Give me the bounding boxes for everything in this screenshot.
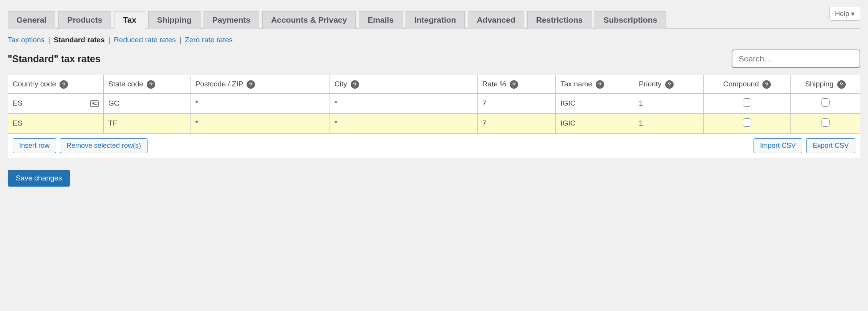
cell-compound-checkbox[interactable]: [743, 98, 751, 107]
tab-advanced[interactable]: Advanced: [468, 11, 524, 29]
cell-shipping: [790, 113, 860, 133]
table-row[interactable]: ESGC**7IGIC1: [8, 93, 860, 113]
subnav-standard-rates[interactable]: Standard rates: [54, 36, 105, 44]
cell-shipping-checkbox[interactable]: [821, 118, 830, 127]
help-icon[interactable]: ?: [510, 80, 518, 89]
tab-shipping[interactable]: Shipping: [148, 11, 200, 29]
help-label: Help: [835, 10, 849, 18]
cell-city[interactable]: *: [330, 113, 477, 133]
subnav-tax-options[interactable]: Tax options: [8, 36, 45, 44]
col-state: State code ?: [104, 75, 190, 94]
settings-tabs: GeneralProductsTaxShippingPaymentsAccoun…: [8, 11, 860, 29]
cell-postcode[interactable]: *: [190, 113, 330, 133]
cell-priority[interactable]: 1: [634, 113, 704, 133]
tab-integration[interactable]: Integration: [406, 11, 465, 29]
tab-products[interactable]: Products: [58, 11, 111, 29]
cell-tax-name[interactable]: IGIC: [556, 93, 634, 113]
col-city: City ?: [330, 75, 477, 94]
cell-priority[interactable]: 1: [634, 93, 704, 113]
separator: |: [108, 36, 110, 44]
cell-tax-name[interactable]: IGIC: [556, 113, 634, 133]
table-row[interactable]: ESTF**7IGIC1: [8, 113, 860, 133]
tax-rates-table: Country code ? State code ? Postcode / Z…: [8, 75, 860, 158]
col-postcode: Postcode / ZIP ?: [190, 75, 330, 94]
help-icon[interactable]: ?: [596, 80, 604, 89]
export-csv-button[interactable]: Export CSV: [806, 138, 855, 153]
cell-shipping-checkbox[interactable]: [821, 98, 830, 107]
tab-accounts-privacy[interactable]: Accounts & Privacy: [262, 11, 356, 29]
cell-compound: [704, 113, 790, 133]
tab-payments[interactable]: Payments: [204, 11, 259, 29]
subnav-zero-rate[interactable]: Zero rate rates: [185, 36, 233, 44]
insert-row-button[interactable]: Insert row: [13, 138, 56, 153]
help-icon[interactable]: ?: [247, 80, 255, 89]
tax-subnav: Tax options | Standard rates | Reduced r…: [8, 36, 860, 44]
col-tax-name: Tax name ?: [556, 75, 634, 94]
col-shipping: Shipping ?: [790, 75, 860, 94]
cell-compound-checkbox[interactable]: [743, 118, 751, 127]
tab-tax[interactable]: Tax: [114, 11, 145, 29]
help-icon[interactable]: ?: [837, 80, 846, 89]
col-priority: Priority ?: [634, 75, 704, 94]
tab-subscriptions[interactable]: Subscriptions: [595, 11, 666, 29]
cell-state[interactable]: TF: [104, 113, 190, 133]
help-button[interactable]: Help ▾: [829, 7, 860, 21]
separator: |: [48, 36, 50, 44]
remove-rows-button[interactable]: Remove selected row(s): [60, 138, 147, 153]
col-compound: Compound ?: [704, 75, 790, 94]
subnav-reduced-rate[interactable]: Reduced rate rates: [114, 36, 176, 44]
cell-rate[interactable]: 7: [477, 93, 556, 113]
help-icon[interactable]: ?: [60, 80, 68, 89]
help-icon[interactable]: ?: [147, 80, 155, 89]
help-icon[interactable]: ?: [762, 80, 771, 89]
help-icon[interactable]: ?: [665, 80, 674, 89]
cell-rate[interactable]: 7: [477, 113, 556, 133]
cell-country[interactable]: ES: [8, 93, 104, 113]
tab-general[interactable]: General: [8, 11, 55, 29]
cell-postcode[interactable]: *: [190, 93, 330, 113]
cell-compound: [704, 93, 790, 113]
import-csv-button[interactable]: Import CSV: [754, 138, 802, 153]
cell-shipping: [790, 93, 860, 113]
search-input[interactable]: [732, 50, 860, 68]
cell-state[interactable]: GC: [104, 93, 190, 113]
tab-emails[interactable]: Emails: [359, 11, 403, 29]
col-rate: Rate % ?: [477, 75, 556, 94]
help-icon[interactable]: ?: [351, 80, 359, 89]
separator: |: [179, 36, 181, 44]
tab-restrictions[interactable]: Restrictions: [527, 11, 591, 29]
cell-country[interactable]: ES: [8, 113, 104, 133]
save-button[interactable]: Save changes: [8, 170, 70, 187]
cell-city[interactable]: *: [330, 93, 477, 113]
page-title: "Standard" tax rates: [8, 53, 101, 65]
col-country[interactable]: Country code ?: [8, 75, 104, 94]
id-card-icon[interactable]: [90, 100, 99, 107]
